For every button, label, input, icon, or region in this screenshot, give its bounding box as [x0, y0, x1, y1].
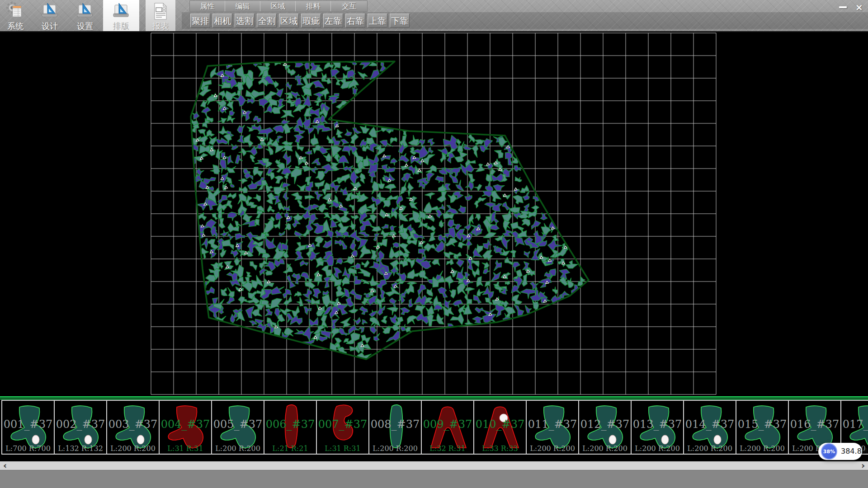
nav-label-report: 报表: [152, 21, 169, 31]
menu-nest[interactable]: 排料: [296, 1, 331, 11]
nav-button-design[interactable]: 设计: [35, 0, 64, 31]
piece-label: 014_#37: [684, 418, 736, 431]
piece-thumbnail-3[interactable]: 003_#37L:200 R:200: [106, 400, 160, 455]
laptop-ruler-icon: [75, 2, 94, 21]
tool-button-region[interactable]: 区域: [279, 14, 299, 28]
tool-button-select-cut[interactable]: 选割: [235, 14, 255, 28]
piece-thumbnail-1[interactable]: 001_#37L:700 R:700: [1, 400, 55, 455]
window-controls: ×: [836, 1, 866, 13]
piece-label: 006_#37: [264, 418, 316, 431]
menu-interact[interactable]: 交互: [331, 1, 367, 11]
tool-button-align-top[interactable]: 上靠: [368, 14, 387, 28]
report-icon: [151, 2, 170, 21]
strip-top-line2: [0, 399, 868, 399]
piece-label: 001_#37: [2, 418, 54, 431]
nesting-drawing: [0, 32, 868, 396]
status-bar: [0, 470, 868, 488]
menu-region[interactable]: 区域: [260, 1, 296, 11]
piece-lr-count: L:200 R:200: [527, 444, 578, 453]
piece-label: 010_#37: [474, 418, 526, 431]
piece-label: 015_#37: [736, 418, 788, 431]
nav-label-design: 设计: [42, 21, 58, 31]
tool-button-cluster-nest[interactable]: 聚排: [190, 14, 210, 28]
piece-lr-count: L:200 R:200: [369, 444, 421, 453]
piece-lr-count: L:200 R:200: [579, 444, 631, 453]
piece-lr-count: L:31 R:31: [317, 444, 368, 453]
tool-button-defect[interactable]: 瑕疵: [301, 14, 321, 28]
piece-thumbnail-8[interactable]: 008_#37L:200 R:200: [368, 400, 422, 455]
piece-label: 007_#37: [317, 418, 368, 431]
piece-lr-count: L:200 R:200: [684, 444, 736, 453]
strip-top-line: [0, 396, 868, 398]
tool-button-camera[interactable]: 相机: [212, 14, 232, 28]
piece-lr-count: L:200 R:200: [107, 444, 159, 453]
piece-label: 004_#37: [160, 418, 211, 431]
memory-usage-text: 384.8M: [841, 443, 868, 460]
pieces-strip: 001_#37L:700 R:700002_#37L:132 R:132003_…: [1, 400, 868, 455]
nav-button-system[interactable]: 系统: [1, 0, 30, 31]
menu-edit[interactable]: 编辑: [225, 1, 260, 11]
piece-thumbnail-2[interactable]: 002_#37L:132 R:132: [54, 400, 107, 455]
nav-label-nesting: 排版: [113, 21, 129, 31]
progress-percent-badge: 38%: [821, 443, 837, 460]
horizontal-scrollbar[interactable]: ‹ ›: [0, 461, 868, 470]
minimize-icon: [839, 6, 847, 8]
menu-bar: 属性编辑区域排料交互: [189, 0, 368, 12]
piece-lr-count: L:200 R:200: [736, 444, 788, 453]
memory-status-bubble: 38% 384.8M: [818, 443, 862, 460]
app-window: 系统设计设置排版报表 属性编辑区域排料交互 聚排相机选割全割区域瑕疵左靠右靠上靠…: [0, 0, 868, 488]
piece-thumbnail-5[interactable]: 005_#37L:200 R:200: [211, 400, 264, 455]
piece-lr-count: L:31 R:31: [160, 444, 211, 453]
piece-label: 009_#37: [422, 418, 473, 431]
piece-label: 016_#37: [789, 418, 840, 431]
tool-button-row: 聚排相机选割全割区域瑕疵左靠右靠上靠下靠: [190, 14, 412, 28]
piece-label: 008_#37: [369, 418, 421, 431]
piece-thumbnail-13[interactable]: 013_#37L:200 R:200: [631, 400, 684, 455]
nested-pieces: [189, 56, 585, 362]
piece-thumbnail-15[interactable]: 015_#37L:200 R:200: [736, 400, 789, 455]
piece-label: 011_#37: [527, 418, 578, 431]
piece-thumbnail-4[interactable]: 004_#37L:31 R:31: [159, 400, 212, 455]
nesting-canvas[interactable]: [0, 32, 868, 396]
piece-label: 005_#37: [212, 418, 264, 431]
piece-label: 013_#37: [632, 418, 683, 431]
gear-document-icon: [6, 2, 25, 21]
titlebar: 系统设计设置排版报表 属性编辑区域排料交互 聚排相机选割全割区域瑕疵左靠右靠上靠…: [0, 0, 868, 32]
tool-button-align-right[interactable]: 右靠: [345, 14, 365, 28]
piece-lr-count: L:200 R:200: [632, 444, 683, 453]
piece-label: 012_#37: [579, 418, 631, 431]
piece-label: 003_#37: [107, 418, 159, 431]
piece-thumbnail-6[interactable]: 006_#37L:21 R:21: [264, 400, 317, 455]
piece-lr-count: L:700 R:700: [2, 444, 54, 453]
scroll-right-arrow-icon[interactable]: ›: [858, 461, 868, 470]
laptop-ruler-icon: [40, 2, 59, 21]
tool-button-cut-all[interactable]: 全割: [257, 14, 277, 28]
nav-button-report[interactable]: 报表: [146, 0, 175, 31]
menu-properties[interactable]: 属性: [190, 1, 225, 11]
piece-lr-count: L:132 R:132: [55, 444, 106, 453]
piece-label: 017_#37: [841, 418, 868, 431]
nav-button-settings[interactable]: 设置: [71, 0, 99, 31]
laptop-ruler-icon: [112, 2, 131, 21]
tool-button-align-left[interactable]: 左靠: [323, 14, 343, 28]
nav-label-system: 系统: [7, 21, 24, 31]
piece-thumbnail-14[interactable]: 014_#37L:200 R:200: [683, 400, 736, 455]
piece-thumbnail-10[interactable]: 010_#37L:33 R:33: [473, 400, 527, 455]
nav-button-nesting[interactable]: 排版: [103, 0, 139, 31]
piece-thumbnail-12[interactable]: 012_#37L:200 R:200: [578, 400, 632, 455]
piece-label: 002_#37: [55, 418, 106, 431]
tool-button-align-bottom[interactable]: 下靠: [390, 14, 410, 28]
scroll-left-arrow-icon[interactable]: ‹: [0, 461, 10, 470]
piece-thumbnail-7[interactable]: 007_#37L:31 R:31: [316, 400, 369, 455]
piece-lr-count: L:33 R:33: [474, 444, 526, 453]
piece-thumbnail-11[interactable]: 011_#37L:200 R:200: [526, 400, 579, 455]
piece-lr-count: L:32 R:31: [422, 444, 473, 453]
piece-lr-count: L:200 R:200: [212, 444, 264, 453]
minimize-button[interactable]: [836, 1, 850, 13]
nav-label-settings: 设置: [77, 21, 93, 31]
close-button[interactable]: ×: [852, 1, 866, 13]
piece-lr-count: L:21 R:21: [264, 444, 316, 453]
piece-thumbnail-9[interactable]: 009_#37L:32 R:31: [421, 400, 474, 455]
